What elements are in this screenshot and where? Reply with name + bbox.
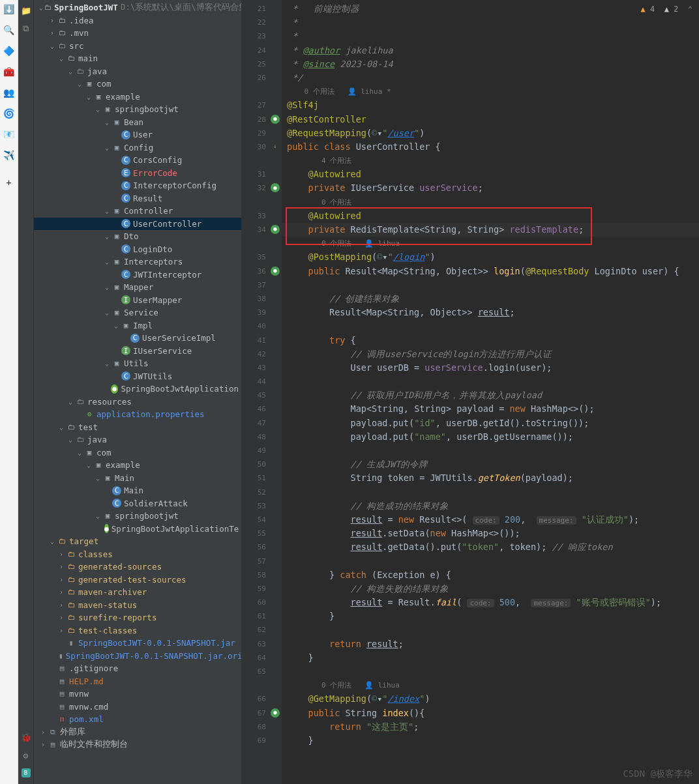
chevron-icon[interactable]: ›	[57, 551, 65, 558]
tree-item-application.properties[interactable]: ⚙application.properties	[34, 408, 241, 421]
chevron-icon[interactable]: ⌄	[112, 322, 120, 329]
tree-item-java[interactable]: ⌄🗀java	[34, 65, 241, 78]
tree-item-Impl[interactable]: ⌄▣Impl	[34, 319, 241, 332]
diamond-icon[interactable]: 🔷	[3, 45, 15, 57]
code-line[interactable]: payload.put("name", userDB.getUsername()…	[282, 430, 699, 444]
toolbox-icon[interactable]: 🧰	[3, 66, 15, 78]
code-line[interactable]	[282, 665, 699, 678]
tree-item-maven-status[interactable]: ›🗀maven-status	[34, 599, 241, 612]
tree-item-HELP.md[interactable]: ▤HELP.md	[34, 675, 241, 688]
tree-item-mvnw.cmd[interactable]: ▤mvnw.cmd	[34, 701, 241, 714]
chevron-icon[interactable]: ⌄	[85, 461, 93, 469]
chevron-icon[interactable]: ⌄	[103, 258, 111, 265]
tree-item-.gitignore[interactable]: ▤.gitignore	[34, 662, 241, 675]
chevron-icon[interactable]: ⌄	[103, 309, 111, 316]
chevron-icon[interactable]: ⌄	[67, 68, 74, 75]
project-icon[interactable]: 📁	[21, 5, 31, 16]
code-line[interactable]: * @since 2023-08-14	[282, 57, 699, 71]
tree-item-SpringBootJWT[interactable]: ⌄🗀SpringBootJWTD:\系统默认\桌面\博客代码合集\j	[34, 1, 241, 14]
code-line[interactable]: User userDB = userService.login(user);	[282, 361, 699, 375]
chevron-icon[interactable]: ›	[57, 588, 65, 596]
tree-item-Mapper[interactable]: ⌄▣Mapper	[34, 281, 241, 294]
chevron-icon[interactable]: ⌄	[94, 106, 102, 113]
chevron-icon[interactable]: ›	[39, 729, 47, 736]
code-line[interactable]: */	[282, 71, 699, 85]
tree-item-SpringBootJWT-0.0.1-SNAPSHOT.jar.origin[interactable]: ▮SpringBootJWT-0.0.1-SNAPSHOT.jar.origin	[34, 650, 241, 663]
code-line[interactable]	[282, 278, 699, 292]
tree-item-target[interactable]: ⌄🗀target	[34, 535, 241, 548]
code-line[interactable]: @RequestMapping(©▾"/user")	[282, 126, 699, 140]
code-line[interactable]: *	[282, 16, 699, 29]
chevron-icon[interactable]: ⌄	[103, 207, 111, 214]
usage-hint[interactable]: 0 个用法 👤 lihua	[282, 237, 699, 250]
code-line[interactable]: payload.put("id", userDB.getId().toStrin…	[282, 416, 699, 430]
code-line[interactable]: }	[282, 734, 699, 748]
code-line[interactable]: private RedisTemplate<String, String> re…	[282, 223, 699, 237]
code-line[interactable]: String token = JWTUtils.getToken(payload…	[282, 471, 699, 485]
inspection-indicator[interactable]: ▲ 4 ▲ 2 ⌃	[640, 3, 692, 16]
tree-item-example[interactable]: ⌄▣example	[34, 459, 241, 472]
add-icon[interactable]: +	[3, 177, 15, 188]
search-icon[interactable]: 🔍	[3, 24, 15, 36]
chevron-icon[interactable]: ⌄	[76, 449, 83, 456]
usage-hint[interactable]: 0 个用法	[282, 196, 699, 209]
code-line[interactable]: return result;	[282, 637, 699, 651]
mail-icon[interactable]: 📧	[3, 128, 15, 140]
chevron-icon[interactable]: ⌄	[67, 436, 74, 443]
people-icon[interactable]: 👥	[3, 87, 15, 98]
chevron-icon[interactable]: ⌄	[67, 398, 74, 405]
code-line[interactable]: public Result<Map<String, Object>> login…	[282, 265, 699, 278]
down-icon[interactable]: ⬇️	[3, 3, 15, 15]
structure-icon[interactable]: ⧉	[21, 23, 31, 34]
tree-item-.mvn[interactable]: ›🗀.mvn	[34, 27, 241, 40]
usage-hint[interactable]: 0 个用法 👤 lihua *	[282, 85, 699, 98]
code-line[interactable]: Map<String, String> payload = new HashMa…	[282, 402, 699, 416]
tree-item-com[interactable]: ⌄▣com	[34, 78, 241, 91]
code-line[interactable]: *	[282, 29, 699, 43]
chevron-icon[interactable]: ⌄	[103, 233, 111, 240]
tree-item-IUserService[interactable]: IIUserService	[34, 345, 241, 358]
tree-item-generated-test-sources[interactable]: ›🗀generated-test-sources	[34, 573, 241, 587]
tree-item-classes[interactable]: ›🗀classes	[34, 548, 241, 561]
editor-code[interactable]: ▲ 4 ▲ 2 ⌃ * 前端控制器 * * * @author jakelihu…	[282, 0, 699, 784]
tree-item-springbootjwt[interactable]: ⌄▣springbootjwt	[34, 510, 241, 523]
chevron-icon[interactable]: ⌄	[39, 4, 43, 11]
tree-item-Main[interactable]: CMain	[34, 484, 241, 497]
tree-item-UserMapper[interactable]: IUserMapper	[34, 294, 241, 307]
code-line[interactable]	[282, 623, 699, 637]
tree-item-Result[interactable]: CResult	[34, 192, 241, 205]
tree-item-Utils[interactable]: ⌄▣Utils	[34, 357, 241, 370]
db-icon[interactable]: B	[22, 768, 31, 777]
usage-hint[interactable]: 4 个用法	[282, 154, 699, 167]
code-line[interactable]: // 构造成功的结果对象	[282, 499, 699, 513]
code-line[interactable]: // 生成JWT的令牌	[282, 457, 699, 471]
chevron-icon[interactable]: ⌄	[57, 424, 65, 431]
chevron-icon[interactable]: ›	[39, 741, 47, 748]
tree-item-main[interactable]: ⌄🗀main	[34, 52, 241, 65]
chevron-icon[interactable]: ⌄	[76, 80, 83, 87]
code-editor[interactable]: 2122232425262728●2930↓3132●3334●3536●373…	[241, 0, 699, 784]
telegram-icon[interactable]: ✈️	[3, 149, 15, 161]
gutter-marker-icon[interactable]: ●	[271, 708, 280, 718]
usage-hint[interactable]: 0 个用法 👤 lihua	[282, 678, 699, 692]
code-line[interactable]: }	[282, 651, 699, 665]
tree-item-UserServiceImpl[interactable]: CUserServiceImpl	[34, 332, 241, 345]
chevron-icon[interactable]: ⌄	[48, 538, 56, 545]
chevron-icon[interactable]: ›	[57, 627, 65, 634]
chevron-icon[interactable]: ›	[57, 602, 65, 609]
tree-item-src[interactable]: ⌄🗀src	[34, 40, 241, 53]
code-line[interactable]: try {	[282, 334, 699, 347]
code-line[interactable]: // 创建结果对象	[282, 292, 699, 306]
chevron-icon[interactable]: ›	[57, 576, 65, 583]
chevron-icon[interactable]: ⌄	[103, 144, 111, 151]
chevron-icon[interactable]: ⌄	[103, 360, 111, 367]
tree-item-springbootjwt[interactable]: ⌄▣springbootjwt	[34, 103, 241, 116]
tree-item-java[interactable]: ⌄🗀java	[34, 433, 241, 446]
gutter-marker-icon[interactable]: ●	[271, 267, 280, 276]
tree-item-Bean[interactable]: ⌄▣Bean	[34, 116, 241, 129]
tree-item-test-classes[interactable]: ›🗀test-classes	[34, 624, 241, 637]
chevron-icon[interactable]: ›	[48, 17, 56, 24]
gutter-marker-icon[interactable]: ●	[271, 225, 280, 234]
tree-item-SpringBootJwtApplication[interactable]: ●SpringBootJwtApplication	[34, 383, 241, 396]
code-line[interactable]	[282, 375, 699, 388]
